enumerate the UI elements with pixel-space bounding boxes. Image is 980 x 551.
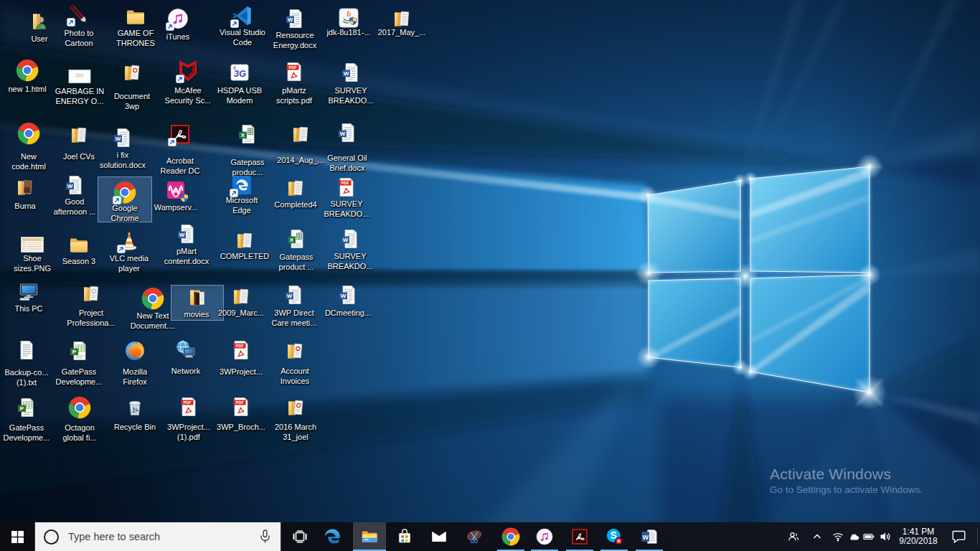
- mcafee-icon: [176, 60, 199, 83]
- microsoft-word-icon: [640, 527, 659, 546]
- taskbar-app-skype[interactable]: [598, 522, 631, 551]
- desktop-icon-account-invoices[interactable]: AccountInvoices: [268, 339, 321, 362]
- desktop-icon-gatepass-developme-2[interactable]: GatePassDevelopme...: [0, 396, 53, 419]
- desktop-icon-google-chrome[interactable]: GoogleChrome: [98, 181, 151, 204]
- taskbar-app-itunes[interactable]: [528, 522, 561, 551]
- desktop-icon-mcafee-security[interactable]: McAfeeSecurity Sc...: [161, 60, 215, 83]
- desktop-icon-document-3wp[interactable]: Document3wp: [105, 61, 159, 84]
- desktop-icon-wampserver[interactable]: Wampserv...: [149, 179, 202, 202]
- watermark-subtitle: Go to Settings to activate Windows.: [770, 483, 923, 497]
- desktop-icon-good-afternoon-docx[interactable]: Goodafternoon ...: [48, 174, 101, 197]
- desktop-icon-2014-aug[interactable]: 2014_Aug_...: [274, 123, 327, 146]
- desktop-icon-microsoft-edge[interactable]: MicrosoftEdge: [215, 174, 268, 197]
- desktop-icon-3wproject-pdf[interactable]: 3WProject...: [215, 339, 268, 362]
- desktop-icon-pmartz-scripts-pdf[interactable]: pMartzscripts.pdf: [268, 60, 321, 83]
- desktop-icon-mozilla-firefox[interactable]: MozillaFirefox: [108, 339, 161, 362]
- start-button[interactable]: [0, 522, 34, 551]
- firefox-icon: [123, 339, 146, 362]
- taskbar-app-adobe-acrobat[interactable]: [563, 522, 596, 551]
- desktop-icon-pmart-content-docx[interactable]: pMartcontent.docx: [160, 222, 213, 245]
- tray-wifi-icon[interactable]: [829, 522, 847, 551]
- desktop-icon-itunes[interactable]: iTunes: [151, 7, 204, 30]
- microphone-icon[interactable]: [260, 529, 270, 544]
- tray-people-icon[interactable]: [785, 522, 802, 551]
- taskbar-app-google-chrome[interactable]: [494, 522, 527, 551]
- desktop-icon-dcmeeting[interactable]: DCmeeting...: [321, 283, 374, 306]
- desktop-icon-project-professional[interactable]: ProjectProfessiona...: [65, 282, 118, 305]
- folder-img-icon: [14, 176, 37, 199]
- desktop-icon-i-fix-solution-docx[interactable]: i fixsolution.docx: [96, 126, 149, 149]
- desktop-icon-survey-breakdown-pdf[interactable]: SURVEYBREAKDO...: [320, 176, 373, 199]
- desktop-icon-3wproject-1-pdf[interactable]: 3WProject...(1).pdf: [162, 395, 215, 418]
- battery-glyph: [863, 531, 875, 542]
- taskbar-app-snipping-tool[interactable]: [458, 522, 491, 551]
- desktop-icon-jdk-8u181[interactable]: jdk-8u181-...: [322, 6, 375, 29]
- desktop-icon-2016-march-31-joel[interactable]: 2016 March31_joel: [269, 396, 322, 419]
- desktop-icon-survey-breakdown-word-1[interactable]: SURVEYBREAKDO...: [324, 61, 377, 84]
- tray-chevron-up-icon[interactable]: [809, 522, 826, 551]
- project-icon: [67, 339, 90, 362]
- desktop-icon-burna[interactable]: Burna: [0, 176, 52, 199]
- taskbar-app-microsoft-store[interactable]: [388, 522, 421, 551]
- arrow-badge-icon: [168, 138, 176, 146]
- desktop-icon-shoe-sizes-png[interactable]: Shoesizes.PNG: [6, 233, 59, 256]
- pdf-icon: [283, 60, 306, 83]
- desktop-icon-new-code-html[interactable]: Newcode.html: [2, 122, 55, 145]
- desktop-icon-survey-breakdown-word-2[interactable]: SURVEYBREAKDO...: [324, 227, 377, 250]
- taskbar-clock[interactable]: 1:41 PM 9/20/2018: [894, 522, 943, 551]
- desktop-icon-recycle-bin[interactable]: Recycle Bin: [108, 395, 161, 418]
- action-center-button[interactable]: [946, 522, 971, 551]
- word-icon: [111, 126, 134, 149]
- taskbar-app-microsoft-word[interactable]: [633, 522, 666, 551]
- desktop-icon-network[interactable]: Network: [159, 338, 212, 361]
- taskbar-app-file-explorer[interactable]: [353, 522, 386, 551]
- pdf-icon: [230, 395, 253, 418]
- chevron-up-glyph: [811, 531, 823, 542]
- task-view-button[interactable]: [283, 522, 316, 551]
- desktop-icon-general-oil-brief-docx[interactable]: General OilBrief.docx: [321, 121, 374, 144]
- desktop-icon-gatepass-produc-xls[interactable]: Gatepassproduc...: [221, 123, 274, 146]
- desktop-icon-2017-may[interactable]: 2017_May_...: [375, 7, 428, 30]
- desktop-icon-acrobat-reader-dc[interactable]: AcrobatReader DC: [154, 123, 207, 146]
- folder-docs-icon: [230, 285, 253, 308]
- activate-windows-watermark: Activate Windows Go to Settings to activ…: [770, 466, 923, 497]
- desktop-icon-hsdpa-usb-modem[interactable]: HSDPA USBModem: [213, 61, 266, 84]
- people-glyph: [788, 531, 799, 542]
- desktop-icon-backup-co-txt[interactable]: Backup-co...(1).txt: [0, 339, 53, 362]
- desktop-icon-this-pc[interactable]: This PC: [2, 280, 55, 303]
- desktop-icon-octagon-global[interactable]: Octagonglobal fi...: [53, 396, 106, 419]
- desktop-icon-visual-studio-code[interactable]: Visual StudioCode: [216, 4, 269, 27]
- microsoft-store-icon: [395, 527, 414, 546]
- desktop-icon-2009-marc[interactable]: 2009_Marc...: [215, 285, 268, 308]
- word-icon: [336, 121, 359, 144]
- desktop-icon-3wp-broch-pdf[interactable]: 3WP_Broch...: [215, 395, 268, 418]
- search-box[interactable]: Type here to search: [34, 522, 281, 551]
- desktop-icon-label: AccountInvoices: [257, 366, 333, 386]
- tray-volume-icon[interactable]: [877, 522, 894, 551]
- desktop-icon-garbage-in-energy[interactable]: GARBAGE INENERGY O...: [53, 65, 106, 88]
- shield-badge-icon: [180, 194, 189, 202]
- desktop-icon-3wp-direct-care[interactable]: 3WP DirectCare meeti...: [268, 283, 321, 306]
- wamp-icon: [164, 179, 187, 202]
- tray-battery-icon[interactable]: [860, 522, 877, 551]
- word-icon: [63, 174, 86, 197]
- desktop-icon-completed[interactable]: COMPLETED: [218, 229, 271, 252]
- desktop-icon-gatepass-developme-1[interactable]: GatePassDevelopme...: [52, 339, 105, 362]
- arrow-badge-icon: [166, 22, 174, 31]
- desktop-icon-label: Wampserv...: [138, 202, 214, 212]
- desktop-icon-gatepass-product-xls[interactable]: Gatepassproduct ...: [270, 227, 323, 250]
- desktop-icon-new-1-html[interactable]: new 1.html: [1, 59, 54, 82]
- show-desktop-edge[interactable]: [977, 528, 978, 545]
- action-center-icon: [952, 530, 966, 543]
- desktop-icon-label: SURVEYBREAKDO...: [308, 199, 385, 219]
- word-icon: [336, 283, 359, 306]
- acrobat-icon: [169, 123, 192, 146]
- desktop-icon-photo-to-cartoon[interactable]: Photo toCartoon: [52, 3, 105, 26]
- taskbar-app-microsoft-edge[interactable]: [316, 522, 349, 551]
- chrome-icon: [68, 396, 91, 419]
- pdf-icon: [177, 395, 200, 418]
- desktop-icon-completed4[interactable]: Completed4: [269, 176, 322, 199]
- desktop-icon-label: AcrobatReader DC: [142, 156, 218, 176]
- taskbar-app-mail[interactable]: [423, 522, 456, 551]
- desktop-icon-vlc-media-player[interactable]: VLC mediaplayer: [103, 230, 156, 253]
